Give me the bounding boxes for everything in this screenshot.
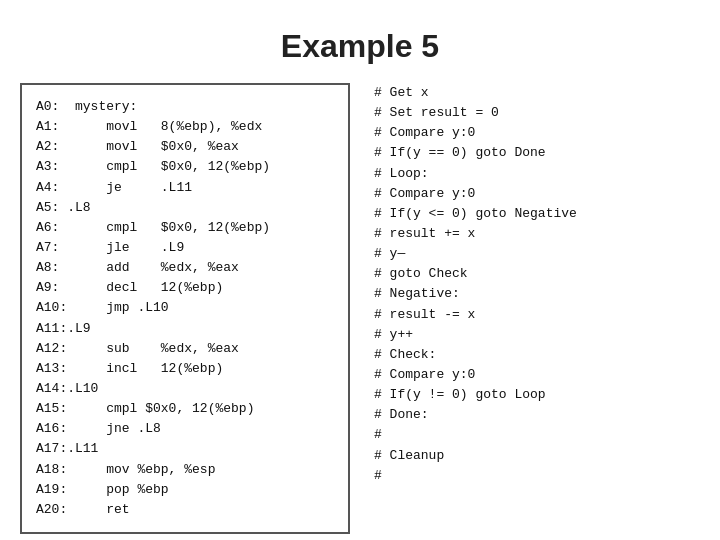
comment-line: # — [374, 425, 577, 445]
code-line: A13: incl 12(%ebp) — [36, 359, 334, 379]
code-block: A0: mystery:A1: movl 8(%ebp), %edxA2: mo… — [20, 83, 350, 534]
comment-line: # y++ — [374, 325, 577, 345]
comment-line: # result -= x — [374, 305, 577, 325]
comment-line: # Compare y:0 — [374, 365, 577, 385]
comment-line: # If(y != 0) goto Loop — [374, 385, 577, 405]
code-line: A18: mov %ebp, %esp — [36, 460, 334, 480]
code-line: A4: je .L11 — [36, 178, 334, 198]
comment-line: # If(y <= 0) goto Negative — [374, 204, 577, 224]
comment-line: # Done: — [374, 405, 577, 425]
code-line: A8: add %edx, %eax — [36, 258, 334, 278]
code-line: A17:.L11 — [36, 439, 334, 459]
content-area: A0: mystery:A1: movl 8(%ebp), %edxA2: mo… — [20, 83, 700, 534]
comment-line: # y— — [374, 244, 577, 264]
comment-line: # goto Check — [374, 264, 577, 284]
code-line: A6: cmpl $0x0, 12(%ebp) — [36, 218, 334, 238]
code-line: A10: jmp .L10 — [36, 298, 334, 318]
comment-line: # Compare y:0 — [374, 123, 577, 143]
code-line: A5: .L8 — [36, 198, 334, 218]
page-title: Example 5 — [281, 28, 439, 65]
code-line: A2: movl $0x0, %eax — [36, 137, 334, 157]
comment-line: # — [374, 466, 577, 486]
code-line: A9: decl 12(%ebp) — [36, 278, 334, 298]
comment-line: # Negative: — [374, 284, 577, 304]
code-line: A12: sub %edx, %eax — [36, 339, 334, 359]
comment-line: # Cleanup — [374, 446, 577, 466]
comment-line: # If(y == 0) goto Done — [374, 143, 577, 163]
code-line: A19: pop %ebp — [36, 480, 334, 500]
comment-line: # Loop: — [374, 164, 577, 184]
code-line: A0: mystery: — [36, 97, 334, 117]
code-line: A7: jle .L9 — [36, 238, 334, 258]
code-line: A15: cmpl $0x0, 12(%ebp) — [36, 399, 334, 419]
comment-line: # Get x — [374, 83, 577, 103]
code-line: A16: jne .L8 — [36, 419, 334, 439]
code-line: A1: movl 8(%ebp), %edx — [36, 117, 334, 137]
comment-line: # Set result = 0 — [374, 103, 577, 123]
comment-line: # Compare y:0 — [374, 184, 577, 204]
comment-line: # result += x — [374, 224, 577, 244]
code-line: A3: cmpl $0x0, 12(%ebp) — [36, 157, 334, 177]
code-line: A11:.L9 — [36, 319, 334, 339]
code-line: A14:.L10 — [36, 379, 334, 399]
comment-line: # Check: — [374, 345, 577, 365]
comments-block: # Get x# Set result = 0# Compare y:0# If… — [374, 83, 577, 486]
code-line: A20: ret — [36, 500, 334, 520]
